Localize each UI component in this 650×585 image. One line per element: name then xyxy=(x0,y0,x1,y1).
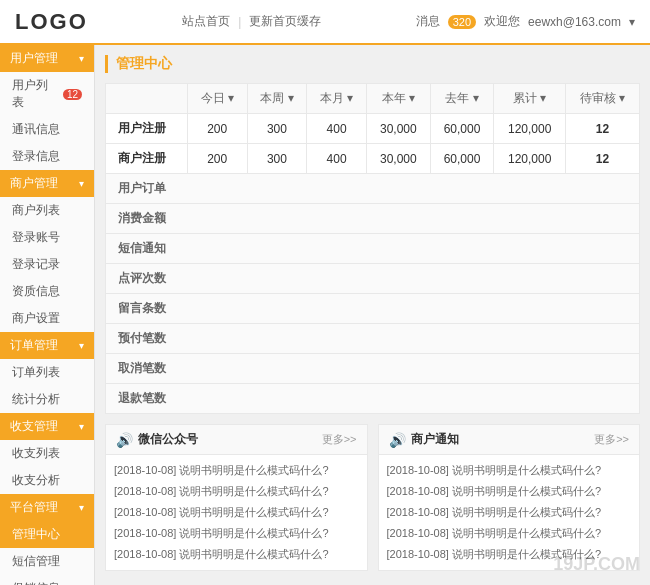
table-row: 预付笔数 xyxy=(106,324,640,354)
sidebar-item-用户列表[interactable]: 用户列表12 xyxy=(0,72,94,116)
panel-item[interactable]: [2018-10-08] 说明书明明是什么模式码什么? xyxy=(387,460,632,481)
sidebar-item-短信管理[interactable]: 短信管理 xyxy=(0,548,94,575)
panel-title-wechat: 微信公众号 xyxy=(138,431,198,448)
sidebar-item-商户列表[interactable]: 商户列表 xyxy=(0,197,94,224)
bottom-panels: 🔊微信公众号更多>>[2018-10-08] 说明书明明是什么模式码什么?[20… xyxy=(105,424,640,571)
panel-item[interactable]: [2018-10-08] 说明书明明是什么模式码什么? xyxy=(387,502,632,523)
panel-item[interactable]: [2018-10-08] 说明书明明是什么模式码什么? xyxy=(114,523,359,544)
sidebar-item-订单列表[interactable]: 订单列表 xyxy=(0,359,94,386)
sidebar-group-用户管理[interactable]: 用户管理▾ xyxy=(0,45,94,72)
panel-wechat: 🔊微信公众号更多>>[2018-10-08] 说明书明明是什么模式码什么?[20… xyxy=(105,424,368,571)
speaker-icon: 🔊 xyxy=(116,432,133,448)
panel-merchant: 🔊商户通知更多>>[2018-10-08] 说明书明明是什么模式码什么?[201… xyxy=(378,424,641,571)
main-content: 管理中心 今日 ▾本周 ▾本月 ▾本年 ▾去年 ▾累计 ▾待审核 ▾用户注册20… xyxy=(95,45,650,585)
user-email[interactable]: eewxh@163.com xyxy=(528,15,621,29)
sidebar-item-管理中心[interactable]: 管理中心 xyxy=(0,521,94,548)
msg-count-badge[interactable]: 320 xyxy=(448,15,476,29)
col-header-累计: 累计 ▾ xyxy=(494,84,566,114)
header: LOGO 站点首页 | 更新首页缓存 消息 320 欢迎您 eewxh@163.… xyxy=(0,0,650,45)
dropdown-icon[interactable]: ▾ xyxy=(629,15,635,29)
col-header-本月: 本月 ▾ xyxy=(307,84,367,114)
table-row: 用户注册20030040030,00060,000120,00012 xyxy=(106,114,640,144)
table-row: 消费金额 xyxy=(106,204,640,234)
sidebar-group-收支管理[interactable]: 收支管理▾ xyxy=(0,413,94,440)
panel-item[interactable]: [2018-10-08] 说明书明明是什么模式码什么? xyxy=(114,460,359,481)
badge-用户列表: 12 xyxy=(63,89,82,100)
nav-save-link[interactable]: 更新首页缓存 xyxy=(249,13,321,30)
table-row: 退款笔数 xyxy=(106,384,640,414)
nav-home-link[interactable]: 站点首页 xyxy=(182,13,230,30)
table-row: 取消笔数 xyxy=(106,354,640,384)
panel-title-merchant: 商户通知 xyxy=(411,431,459,448)
welcome-text: 欢迎您 xyxy=(484,13,520,30)
sidebar-group-商户管理[interactable]: 商户管理▾ xyxy=(0,170,94,197)
more-link-wechat[interactable]: 更多>> xyxy=(322,432,357,447)
sidebar-group-平台管理[interactable]: 平台管理▾ xyxy=(0,494,94,521)
col-header-去年: 去年 ▾ xyxy=(430,84,494,114)
header-right: 消息 320 欢迎您 eewxh@163.com ▾ xyxy=(416,13,635,30)
panel-item[interactable]: [2018-10-08] 说明书明明是什么模式码什么? xyxy=(387,544,632,565)
header-nav: 站点首页 | 更新首页缓存 xyxy=(182,13,321,30)
panel-item[interactable]: [2018-10-08] 说明书明明是什么模式码什么? xyxy=(387,523,632,544)
table-row: 留言条数 xyxy=(106,294,640,324)
panel-item[interactable]: [2018-10-08] 说明书明明是什么模式码什么? xyxy=(114,502,359,523)
sidebar-item-通讯信息[interactable]: 通讯信息 xyxy=(0,116,94,143)
more-link-merchant[interactable]: 更多>> xyxy=(594,432,629,447)
sidebar-item-登录账号[interactable]: 登录账号 xyxy=(0,224,94,251)
sidebar-item-登录信息[interactable]: 登录信息 xyxy=(0,143,94,170)
table-row: 用户订单 xyxy=(106,174,640,204)
panel-item[interactable]: [2018-10-08] 说明书明明是什么模式码什么? xyxy=(114,481,359,502)
sidebar-item-资质信息[interactable]: 资质信息 xyxy=(0,278,94,305)
table-row: 短信通知 xyxy=(106,234,640,264)
msg-label: 消息 xyxy=(416,13,440,30)
col-header- xyxy=(106,84,188,114)
col-header-今日: 今日 ▾ xyxy=(187,84,247,114)
panel-item[interactable]: [2018-10-08] 说明书明明是什么模式码什么? xyxy=(114,544,359,565)
panel-item[interactable]: [2018-10-08] 说明书明明是什么模式码什么? xyxy=(387,481,632,502)
table-row: 点评次数 xyxy=(106,264,640,294)
stats-table: 今日 ▾本周 ▾本月 ▾本年 ▾去年 ▾累计 ▾待审核 ▾用户注册2003004… xyxy=(105,83,640,414)
sidebar-item-收支列表[interactable]: 收支列表 xyxy=(0,440,94,467)
col-header-待审核: 待审核 ▾ xyxy=(565,84,639,114)
sidebar-group-订单管理[interactable]: 订单管理▾ xyxy=(0,332,94,359)
sidebar-item-商户设置[interactable]: 商户设置 xyxy=(0,305,94,332)
col-header-本周: 本周 ▾ xyxy=(247,84,307,114)
sidebar-item-促销信息[interactable]: 促销信息 xyxy=(0,575,94,585)
sidebar: 用户管理▾用户列表12通讯信息登录信息商户管理▾商户列表登录账号登录记录资质信息… xyxy=(0,45,95,585)
logo: LOGO xyxy=(15,9,88,35)
speaker-icon: 🔊 xyxy=(389,432,406,448)
col-header-本年: 本年 ▾ xyxy=(366,84,430,114)
main-layout: 用户管理▾用户列表12通讯信息登录信息商户管理▾商户列表登录账号登录记录资质信息… xyxy=(0,45,650,585)
page-title: 管理中心 xyxy=(105,55,640,73)
sidebar-item-统计分析[interactable]: 统计分析 xyxy=(0,386,94,413)
sidebar-item-登录记录[interactable]: 登录记录 xyxy=(0,251,94,278)
table-row: 商户注册20030040030,00060,000120,00012 xyxy=(106,144,640,174)
sidebar-item-收支分析[interactable]: 收支分析 xyxy=(0,467,94,494)
